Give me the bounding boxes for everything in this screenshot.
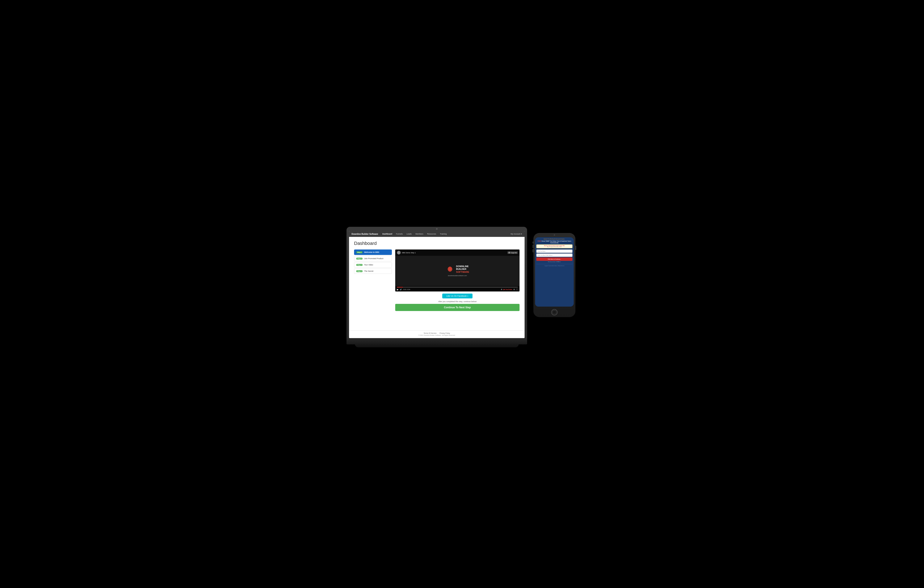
fullscreen-button[interactable]: ⛶ [516, 289, 518, 291]
video-area: DBS Demo Step 1 Copy link [395, 249, 520, 311]
step-badge-1: Step 1 [356, 251, 363, 253]
first-name-input[interactable] [536, 249, 573, 253]
steps-sidebar: Step 1 Welcome to DBS Step 2 Join Promot… [354, 249, 392, 311]
svg-point-3 [449, 268, 451, 271]
controls-row: ▶ 🔊 0:03 / [397, 288, 518, 291]
settings-button[interactable]: ⚙ [501, 289, 502, 291]
video-top-bar: DBS Demo Step 1 Copy link [395, 249, 520, 256]
privacy-link[interactable]: Privacy Policy [439, 332, 450, 334]
laptop-camera [436, 228, 438, 230]
step-label-3: Tour Video [364, 264, 373, 266]
video-progress-fill [397, 287, 403, 287]
phone-device: Attention! This Offer May Be Removed At … [533, 233, 576, 317]
phone-screen: Attention! This Offer May Be Removed At … [535, 237, 574, 307]
phone-camera [554, 235, 555, 236]
phone-warning-box: Warning: Only For Serious Team Leaders W… [536, 244, 573, 248]
after-step-text: After you completed this step, continue … [395, 301, 520, 302]
email-input[interactable] [536, 253, 573, 257]
step-label-4: The Secret [364, 270, 373, 272]
step-label-2: Join Promoted Product [364, 258, 383, 259]
airplay-icon: ⊟ [513, 289, 515, 291]
nav-links: Dashboard Funnels Leads Members Resource… [381, 233, 511, 235]
video-logo-circle [446, 265, 454, 274]
nav-link-resources[interactable]: Resources [426, 233, 437, 235]
video-progress-bar[interactable] [397, 287, 518, 287]
phone-vol-down-button [533, 249, 533, 253]
phone-body: Attention! This Offer May Be Removed At … [533, 233, 576, 317]
settings-icon: ⚙ [501, 289, 502, 291]
phone-power-button [576, 246, 576, 250]
phone-headline: FREE! Brand *NEW* Tool Helps Train & Dup… [536, 240, 573, 244]
phone-warning-text: Want To Duplicate Their Efforts...NOW! [538, 246, 571, 248]
phone-home-inner [553, 311, 556, 314]
phone-privacy-text: We value your privacy - No SPAM here. [536, 261, 573, 262]
dashboard-body: Step 1 Welcome to DBS Step 2 Join Promot… [354, 249, 520, 311]
airplay-button[interactable]: ⊟ [513, 289, 515, 291]
step-item-1[interactable]: Step 1 Welcome to DBS [354, 249, 392, 255]
phone-cta-button[interactable]: Click Here to Continue... [536, 258, 573, 261]
step-item-4[interactable]: Step 4 The Secret [354, 268, 392, 274]
video-title-text: DBS Demo Step 1 [402, 252, 416, 254]
laptop-device: Downline Builder Software Dashboard Funn… [346, 227, 527, 361]
video-copy-button[interactable]: Copy link [507, 251, 518, 254]
play-icon: ▶ [397, 288, 399, 291]
nav-link-training[interactable]: Training [439, 233, 447, 235]
headline-free: FREE! [538, 240, 541, 242]
nav-link-funnels[interactable]: Funnels [395, 233, 404, 235]
phone-silent-button [533, 241, 533, 244]
phone-footer-text: Copyright © Downline Builder Software - … [536, 266, 573, 266]
step-label-1: Welcome to DBS [364, 251, 379, 253]
nav-account[interactable]: My Account ▾ [510, 233, 522, 235]
dashboard-footer: Terms Of Service Privacy Policy © 2021 D… [349, 330, 525, 336]
laptop-base [346, 338, 527, 344]
continue-button[interactable]: Continue To Next Step [395, 304, 520, 311]
headline-main: Brand *NEW* Tool Helps Train & Duplicate… [541, 240, 571, 243]
navbar: Downline Builder Software Dashboard Funn… [349, 231, 525, 237]
nav-link-dashboard[interactable]: Dashboard [381, 233, 393, 235]
volume-button[interactable]: 🔊 [400, 289, 402, 291]
youtube-logo: ▶ YouTube [503, 289, 512, 291]
phone-home-button[interactable] [551, 309, 558, 315]
phone-attention-text: Attention! This Offer May Be Removed At … [536, 239, 573, 239]
facebook-button[interactable]: Like Us On Facebook » [442, 294, 473, 298]
video-brand-text: DOWNLINE BUILDER SOFTWARE [456, 265, 469, 273]
page-title: Dashboard [354, 241, 520, 246]
laptop-body: Downline Builder Software Dashboard Funn… [346, 227, 527, 338]
phone-vol-up-button [533, 244, 533, 248]
nav-link-members[interactable]: Members [414, 233, 424, 235]
controls-right: ⚙ ▶ YouTube ⊟ ⛶ [501, 289, 518, 291]
nav-brand: Downline Builder Software [351, 233, 378, 235]
laptop-screen: Downline Builder Software Dashboard Funn… [349, 231, 525, 338]
volume-icon: 🔊 [400, 289, 402, 291]
nav-link-leads[interactable]: Leads [406, 233, 412, 235]
footer-copyright: © 2021 Downline Builder Software - All R… [349, 335, 525, 336]
time-total: 0:54 [407, 289, 410, 290]
footer-links: Terms Of Service Privacy Policy [349, 332, 525, 334]
fullscreen-icon: ⛶ [516, 289, 518, 291]
video-controls: ▶ 🔊 0:03 / [395, 286, 520, 291]
play-button[interactable]: ▶ [397, 288, 399, 291]
video-player[interactable]: DBS Demo Step 1 Copy link [395, 249, 520, 291]
step-badge-4: Step 4 [356, 270, 363, 272]
step-item-2[interactable]: Step 2 Join Promoted Product [354, 256, 392, 261]
video-time: 0:03 / 0:54 [403, 289, 410, 290]
video-logo-center: DOWNLINE BUILDER SOFTWARE downlinebuilde… [446, 265, 469, 276]
step-badge-2: Step 2 [356, 258, 363, 259]
dashboard-content: Dashboard Step 1 Welcome to DBS Step 2 [349, 237, 525, 338]
phone-content: Attention! This Offer May Be Removed At … [535, 237, 574, 307]
step-badge-3: Step 3 [356, 264, 363, 266]
terms-link[interactable]: Terms Of Service [424, 332, 436, 334]
laptop-foot [355, 344, 519, 347]
controls-left: ▶ 🔊 0:03 / [397, 288, 410, 291]
video-avatar [397, 251, 401, 254]
copy-link-label: Copy link [511, 252, 517, 253]
main-scene: Downline Builder Software Dashboard Funn… [346, 220, 578, 368]
video-title-row: DBS Demo Step 1 [397, 251, 416, 254]
time-current: 0:03 [403, 289, 406, 290]
video-url: downlinebuildersoftware.com [446, 275, 469, 276]
step-item-3[interactable]: Step 3 Tour Video [354, 262, 392, 268]
